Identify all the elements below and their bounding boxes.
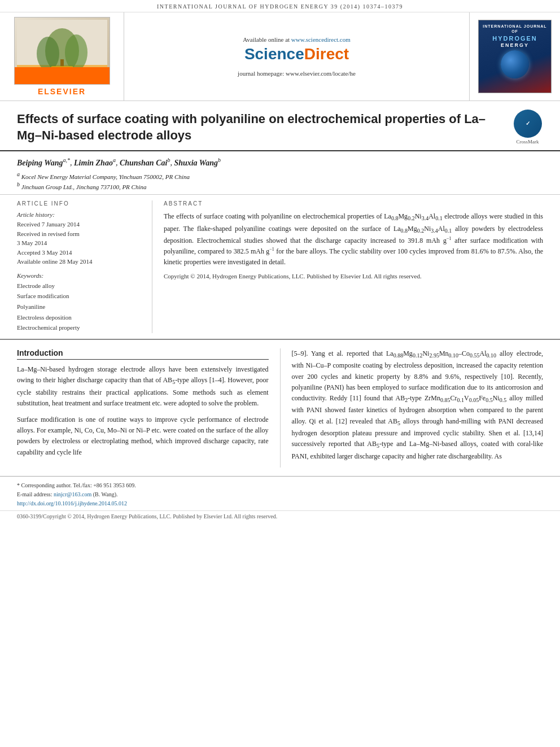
direct-text: Direct bbox=[304, 45, 349, 63]
author-2: Limin Zhao bbox=[74, 159, 113, 167]
sciencedirect-brand: ScienceDirect bbox=[244, 45, 349, 63]
affiliation-a: a Kocel New Energy Material Company, Yin… bbox=[17, 171, 543, 180]
journal-cover-section: INTERNATIONAL JOURNAL OF HYDROGEN ENERGY bbox=[470, 12, 560, 101]
right-content-column: [5–9]. Yang et al. reported that La0.88M… bbox=[281, 348, 544, 468]
doi-line: http://dx.doi.org/10.1016/j.ijhydene.201… bbox=[17, 499, 543, 508]
doi-link[interactable]: http://dx.doi.org/10.1016/j.ijhydene.201… bbox=[17, 500, 127, 506]
email-link[interactable]: ninjcr@163.com bbox=[54, 491, 91, 497]
elsevier-illustration bbox=[14, 17, 110, 85]
author-2-marker: a bbox=[113, 157, 116, 163]
elsevier-logo: ELSEVIER bbox=[14, 17, 110, 96]
cover-title-line1: INTERNATIONAL JOURNAL OF bbox=[482, 24, 548, 34]
top-bar: INTERNATIONAL JOURNAL OF HYDROGEN ENERGY… bbox=[0, 0, 560, 12]
journal-homepage-text: journal homepage: www.elsevier.com/locat… bbox=[238, 70, 356, 77]
abstract-text: The effects of surface coating with poly… bbox=[164, 211, 543, 268]
article-info-abstract-section: ARTICLE INFO Article history: Received 7… bbox=[0, 195, 560, 340]
copyright-bottom: 0360-3199/Copyright © 2014, Hydrogen Ene… bbox=[17, 513, 277, 519]
article-info-header: ARTICLE INFO bbox=[17, 200, 141, 207]
available-online-text: Available online at www.sciencedirect.co… bbox=[243, 36, 351, 43]
corresponding-author-text: * Corresponding author. Tel./fax: +86 95… bbox=[17, 482, 136, 488]
abstract-column: ABSTRACT The effects of surface coating … bbox=[152, 200, 543, 333]
email-person: (B. Wang). bbox=[93, 491, 118, 497]
corresponding-author-note: * Corresponding author. Tel./fax: +86 95… bbox=[17, 481, 543, 490]
keyword-1: Electrode alloy bbox=[17, 281, 141, 291]
crossmark-icon: ✓ bbox=[514, 110, 542, 138]
article-title: Effects of surface coating with polyanil… bbox=[17, 111, 512, 143]
crossmark-badge[interactable]: ✓ CrossMark bbox=[512, 111, 543, 142]
cover-title-line2: HYDROGEN bbox=[492, 35, 537, 42]
author-4: Shuxia Wang bbox=[174, 159, 218, 167]
svg-rect-1 bbox=[17, 65, 107, 82]
cover-illustration bbox=[501, 50, 529, 78]
received-revised-label: Received in revised form bbox=[17, 229, 141, 239]
sciencedirect-section: Available online at www.sciencedirect.co… bbox=[124, 12, 470, 101]
email-label: E-mail address: bbox=[17, 491, 52, 497]
author-1-marker: a,* bbox=[63, 157, 71, 163]
available-online-date: Available online 28 May 2014 bbox=[17, 257, 141, 267]
right-paragraph-1: [5–9]. Yang et al. reported that La0.88M… bbox=[292, 348, 544, 462]
abstract-copyright: Copyright © 2014, Hydrogen Energy Public… bbox=[164, 273, 543, 279]
svg-rect-6 bbox=[51, 66, 73, 77]
author-3-marker: b bbox=[167, 157, 170, 163]
article-title-section: Effects of surface coating with polyanil… bbox=[0, 101, 560, 151]
journal-cover: INTERNATIONAL JOURNAL OF HYDROGEN ENERGY bbox=[478, 20, 552, 93]
accepted-date: Accepted 3 May 2014 bbox=[17, 248, 141, 257]
footnote-section: * Corresponding author. Tel./fax: +86 95… bbox=[0, 476, 560, 510]
svg-rect-5 bbox=[60, 59, 64, 76]
affiliation-b: b Jinchuan Group Ltd., Jinchang 737100, … bbox=[17, 181, 543, 190]
introduction-title: Introduction bbox=[17, 348, 269, 360]
keyword-4: Electroless deposition bbox=[17, 312, 141, 323]
keyword-2: Surface modification bbox=[17, 291, 141, 302]
svg-point-7 bbox=[59, 68, 65, 75]
author-4-marker: b bbox=[218, 157, 221, 163]
keywords-section: Keywords: Electrode alloy Surface modifi… bbox=[17, 272, 141, 333]
svg-point-3 bbox=[37, 37, 59, 71]
abstract-header: ABSTRACT bbox=[164, 200, 543, 207]
keywords-label: Keywords: bbox=[17, 272, 141, 279]
author-3: Chunshan Cai bbox=[120, 159, 167, 167]
left-content-column: Introduction La–Mg–Ni-based hydrogen sto… bbox=[17, 348, 281, 468]
history-label: Article history: bbox=[17, 211, 141, 218]
science-text: Science bbox=[244, 45, 304, 63]
bottom-bar: 0360-3199/Copyright © 2014, Hydrogen Ene… bbox=[0, 510, 560, 522]
crossmark-label: CrossMark bbox=[514, 139, 542, 145]
intro-paragraph-2: Surface modification is one of routine w… bbox=[17, 414, 269, 458]
available-online-link[interactable]: www.sciencedirect.com bbox=[291, 36, 351, 43]
revised-date: 3 May 2014 bbox=[17, 238, 141, 248]
elsevier-wordmark: ELSEVIER bbox=[38, 87, 86, 96]
journal-header: ELSEVIER Available online at www.science… bbox=[0, 12, 560, 101]
svg-point-4 bbox=[65, 34, 88, 71]
authors-section: Beiping Wanga,*, Limin Zhaoa, Chunshan C… bbox=[0, 151, 560, 195]
keyword-5: Electrochemical property bbox=[17, 322, 141, 333]
elsevier-logo-section: ELSEVIER bbox=[0, 12, 124, 101]
article-history: Article history: Received 7 January 2014… bbox=[17, 211, 141, 267]
keyword-3: Polyaniline bbox=[17, 302, 141, 312]
received-1: Received 7 January 2014 bbox=[17, 220, 141, 229]
authors-line: Beiping Wanga,*, Limin Zhaoa, Chunshan C… bbox=[17, 157, 543, 168]
author-1: Beiping Wang bbox=[17, 159, 63, 167]
cover-title-line3: ENERGY bbox=[501, 42, 529, 48]
intro-paragraph-1: La–Mg–Ni-based hydrogen storage electrod… bbox=[17, 364, 269, 409]
journal-citation: INTERNATIONAL JOURNAL OF HYDROGEN ENERGY… bbox=[157, 3, 403, 10]
article-info-column: ARTICLE INFO Article history: Received 7… bbox=[17, 200, 152, 333]
email-note: E-mail address: ninjcr@163.com (B. Wang)… bbox=[17, 490, 543, 499]
main-content: Introduction La–Mg–Ni-based hydrogen sto… bbox=[0, 340, 560, 476]
